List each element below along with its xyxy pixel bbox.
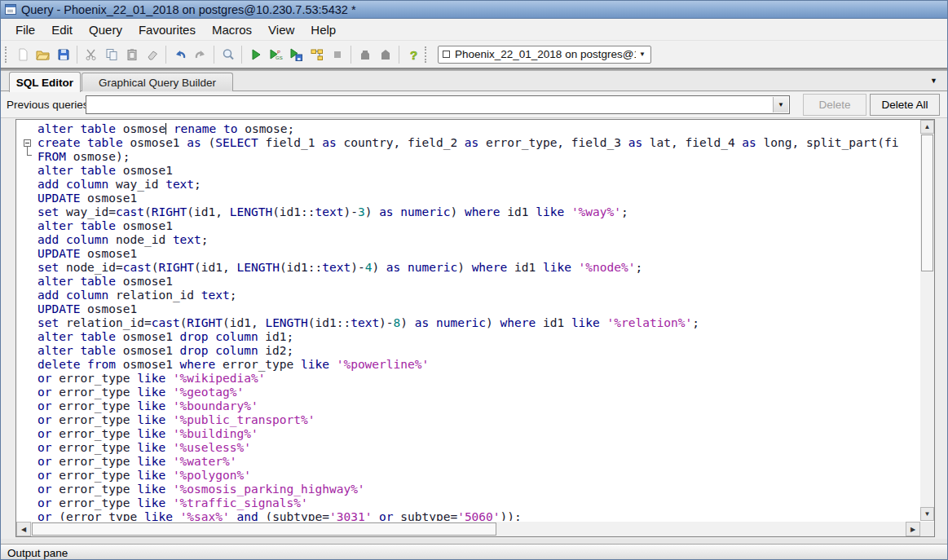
code-token: or	[37, 386, 51, 399]
scroll-left-icon[interactable]: ◀	[16, 522, 31, 536]
vertical-scrollbar[interactable]: ▲ ▼	[920, 120, 934, 521]
code-text: or (error_type like '%sax%' and (subtype…	[37, 510, 522, 521]
fold-margin	[17, 192, 37, 205]
code-text: UPDATE osmose1	[37, 247, 137, 261]
code-text: or error_type like '%osmosis_parking_hig…	[37, 483, 365, 496]
code-text: or error_type like '%public_transport%'	[37, 413, 315, 427]
scroll-up-icon[interactable]: ▲	[920, 120, 934, 134]
code-token: error_type	[51, 399, 137, 412]
tab-graphical-query-builder[interactable]: Graphical Query Builder	[82, 73, 233, 91]
menu-item-file[interactable]: File	[7, 19, 43, 40]
toolbar-grip[interactable]	[425, 46, 429, 63]
find-icon[interactable]	[218, 44, 238, 64]
code-token: where	[465, 205, 500, 218]
code-token: or	[37, 496, 51, 509]
output-pane-bar[interactable]: Output pane	[1, 544, 947, 560]
code-line: create table osmose1 as (SELECT field_1 …	[17, 136, 919, 150]
redo-icon[interactable]	[190, 44, 210, 64]
code-text: or error_type like '%wikipedia%'	[37, 372, 265, 386]
cut-icon[interactable]	[81, 44, 101, 64]
code-token: where	[180, 358, 216, 371]
code-token: )	[372, 261, 386, 274]
menu-item-macros[interactable]: Macros	[204, 19, 260, 40]
code-token: like	[571, 316, 600, 329]
code-token: add column	[37, 289, 108, 302]
code-token: alter table	[37, 164, 116, 177]
code-token: osmose1	[116, 164, 173, 177]
sql-editor-content[interactable]: alter table osmose rename to osmose;crea…	[17, 121, 919, 521]
toolbar-grip[interactable]	[5, 46, 9, 63]
toolbar-separator	[77, 46, 77, 64]
menu-item-query[interactable]: Query	[81, 19, 130, 40]
code-text: set node_id=cast(RIGHT(id1, LENGTH(id1::…	[37, 261, 642, 275]
code-token: (id1,	[223, 316, 265, 329]
menu-item-view[interactable]: View	[260, 19, 302, 40]
clear-window-icon[interactable]	[142, 44, 162, 64]
menu-item-help[interactable]: Help	[302, 19, 344, 40]
code-token: osmose1	[116, 219, 173, 232]
code-token: ;	[692, 316, 699, 329]
code-line: or error_type like '%building%'	[17, 427, 919, 441]
cancel-query-icon[interactable]	[327, 44, 347, 64]
open-file-icon[interactable]	[33, 44, 53, 64]
scroll-right-icon[interactable]: ▶	[906, 522, 920, 536]
code-token: ;	[194, 178, 201, 191]
code-text: or error_type like '%polygon%'	[37, 469, 251, 483]
svg-text:GS: GS	[276, 55, 283, 60]
previous-queries-combo[interactable]: ▼	[86, 95, 790, 114]
toolbar-separator	[351, 46, 351, 64]
explain-query-icon[interactable]	[306, 44, 327, 64]
save-icon[interactable]	[53, 44, 73, 64]
chevron-down-icon[interactable]: ▼	[636, 51, 649, 58]
horizontal-scrollbar-thumb[interactable]	[32, 523, 496, 536]
execute-to-file-icon[interactable]	[286, 44, 306, 64]
code-token: drop column	[180, 330, 258, 343]
delete-button[interactable]: Delete	[803, 94, 866, 116]
fold-margin	[17, 510, 37, 521]
scroll-down-icon[interactable]: ▼	[920, 507, 934, 521]
help-icon[interactable]: ?	[403, 44, 423, 64]
code-token: like	[536, 205, 564, 218]
menu-item-favourites[interactable]: Favourites	[130, 19, 204, 40]
delete-all-button[interactable]: Delete All	[870, 94, 940, 116]
rollback-icon[interactable]	[375, 44, 395, 64]
code-token	[372, 510, 379, 521]
copy-icon[interactable]	[101, 44, 121, 64]
code-token: set	[37, 205, 59, 218]
tab-overflow-icon[interactable]: ▼	[930, 77, 937, 85]
menu-item-edit[interactable]: Edit	[43, 19, 81, 40]
code-text: add column node_id text;	[37, 233, 209, 247]
code-token: alter table	[37, 344, 116, 357]
code-token: or	[37, 510, 51, 521]
code-text: or error_type like '%geotag%'	[37, 386, 244, 399]
combo-dropdown-icon[interactable]: ▼	[773, 97, 788, 112]
code-token	[165, 413, 173, 426]
code-token: RIGHT	[187, 316, 223, 329]
code-text: alter table osmose rename to osmose;	[37, 122, 294, 136]
code-token: as	[465, 136, 478, 149]
code-token: node_id	[108, 233, 173, 246]
menu-bar: FileEditQueryFavouritesMacrosViewHelp	[1, 19, 947, 41]
code-token	[165, 372, 173, 385]
undo-icon[interactable]	[170, 44, 190, 64]
code-token: osmose1	[116, 275, 173, 288]
execute-query-icon[interactable]	[245, 44, 266, 64]
code-text: UPDATE osmose1	[37, 192, 137, 205]
tab-sql-editor[interactable]: SQL Editor	[9, 72, 81, 92]
commit-icon[interactable]	[355, 44, 375, 64]
code-line: or error_type like '%water%'	[17, 455, 919, 469]
code-token: (id1::	[308, 316, 351, 329]
sql-editor[interactable]: alter table osmose rename to osmose;crea…	[15, 119, 935, 537]
horizontal-scrollbar[interactable]: ◀ ▶	[16, 522, 920, 536]
new-icon[interactable]	[12, 44, 33, 64]
execute-pgscript-icon[interactable]: PGS	[266, 44, 286, 64]
code-text: alter table osmose1 drop column id1;	[37, 330, 293, 344]
code-token: '%relation%'	[607, 316, 693, 329]
code-token: country, field_2	[337, 136, 465, 149]
connection-selector[interactable]: Phoenix_22_01_2018 on postgres@10.230.7.…	[438, 46, 651, 64]
code-token: cast	[123, 261, 152, 274]
code-token: error_type	[51, 455, 137, 468]
vertical-scrollbar-thumb[interactable]	[921, 134, 933, 271]
code-token: lat, field_4	[642, 136, 742, 149]
paste-icon[interactable]	[121, 44, 142, 64]
